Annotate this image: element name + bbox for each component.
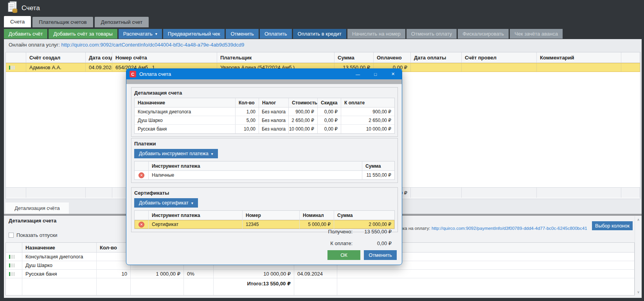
cell-created-date: 04.09.2024 [86,63,112,72]
payment-link[interactable]: http://quirco.com:9092/paymentInfo/d3f00… [432,226,587,231]
col-paid-date[interactable]: Дата оплаты [411,52,462,63]
app-logo-icon: C [130,71,136,77]
cell-comment [537,63,621,72]
cell-created-by: Админов А.А. [26,63,86,72]
dialog-toolbar-band [126,79,402,84]
details-total: Итого:13 550,00 ₽ [214,278,294,295]
print-button[interactable]: Распечатать ▾ [119,29,162,39]
col-created-date[interactable]: Дата создания [86,52,112,63]
window-title: Счета [22,4,40,12]
dialog-certificate-row-selected[interactable]: ✕ Сертификат 12345 5 000,00 ₽ 2 000,00 ₽ [135,220,394,229]
delete-icon[interactable]: ✕ [139,222,144,228]
col-status[interactable] [6,52,26,63]
charge-to-number-button: Начислить на номер [347,29,405,39]
col-comment[interactable]: Комментарий [537,52,621,63]
dialog-details-row[interactable]: Русская баня 10,00 Без налога 10 000,00 … [135,125,394,133]
add-payment-instrument-button[interactable]: Добавить инструмент платежа ▾ [134,149,218,158]
ok-button[interactable]: ОК [327,250,360,260]
dcol-name[interactable]: Назначение [22,243,97,252]
pay-button[interactable]: Оплатить [260,29,292,39]
dialog-details-group: Детализация счета Назначение Кол-во Нало… [131,87,398,137]
received-value: 13 550,00 ₽ [353,229,392,235]
invoices-grid-header: Счёт создал Дата создания Номер счёта Пл… [6,52,640,63]
online-payment-line: Онлайн оплата услуг: http://quirco.com:9… [9,42,244,48]
main-tabs: Счета Плательщик счетов Депозитный счет [4,16,149,27]
dialog-payments-title: Платежи [134,141,395,147]
status-bars-icon [9,66,15,70]
online-payment-link[interactable]: http://quirco.com:9092/cartContentInfo/d… [61,42,245,48]
received-total-row: Получено: 13 550,00 ₽ [328,229,392,235]
cell-processed-by [462,63,537,72]
dialog-titlebar: C Оплата счета — □ ✕ [126,69,402,79]
cancel-payment-button: Отменить оплату [407,29,457,39]
due-total-row: К оплате: 0,00 ₽ [330,240,392,246]
col-number[interactable]: Номер счёта [112,52,217,63]
col-tail [621,52,640,63]
dialog-details-row[interactable]: Душ Шарко 5,00 Без налога 2 650,00 ₽ 0,0… [135,116,394,125]
window-header: Счета [7,1,40,15]
advance-offset-check-button: Чек зачёта аванса [510,29,563,39]
status-bars-icon [9,272,15,276]
dialog-payments-table: Инструмент платежа Сумма ✕ Наличные 11 5… [134,161,395,180]
tab-deposit[interactable]: Депозитный счет [95,17,149,27]
tab-payer[interactable]: Плательщик счетов [32,17,93,27]
dialog-certificates-group: Сертификаты Добавить сертификат ▾ Инстру… [131,187,398,232]
delete-icon[interactable]: ✕ [139,172,144,178]
dialog-certificates-title: Сертификаты [134,190,395,196]
tab-invoice-details[interactable]: Детализация счёта [5,202,69,214]
show-vacations-label: Показать отпуски [16,232,58,238]
dcol-status[interactable] [6,243,22,252]
due-label: К оплате: [330,240,353,246]
pay-credit-button[interactable]: Оплатить в кредит [293,29,346,39]
dialog-details-title: Детализация счета [134,90,395,96]
caret-down-icon: ▾ [191,201,193,205]
received-label: Получено: [328,229,353,235]
dialog-certificates-table: Инструмент платежа Номер Номинал Сумма ✕… [134,210,395,229]
details-heading: Детализация счета [9,218,56,224]
preliminary-check-button[interactable]: Предварительный чек [163,29,225,39]
dialog-buttons: ОК Отменить [327,250,397,260]
minimize-icon[interactable]: — [349,69,367,79]
online-payment-label: Онлайн оплата услуг: [9,42,60,48]
col-created-by[interactable]: Счёт создал [26,52,86,63]
tab-invoices[interactable]: Счета [4,16,31,27]
show-vacations-checkbox[interactable] [9,233,14,238]
maximize-icon[interactable]: □ [367,69,384,79]
col-paid[interactable]: Оплачено [374,52,411,63]
cell-paid-date [411,63,462,72]
due-value: 0,00 ₽ [353,240,392,246]
dialog-details-row[interactable]: Консультация диетолога 1,00 Без налога 9… [135,108,394,116]
caret-down-icon: ▾ [211,152,213,156]
dialog-payments-group: Платежи Добавить инструмент платежа ▾ Ин… [131,138,398,183]
details-scrollbar[interactable]: ∧ ∨ [635,216,642,296]
status-bars-icon [9,255,15,259]
toolbar: Добавить счёт Добавить счёт за товары Ра… [4,29,563,39]
dcol-qty[interactable]: Кол-во [97,243,131,252]
add-invoice-button[interactable]: Добавить счёт [4,29,47,39]
add-goods-invoice-button[interactable]: Добавить счёт за товары [49,29,117,39]
choose-columns-button[interactable]: Выбор колонок [592,221,633,230]
scroll-up-icon[interactable]: ∧ [637,218,640,222]
add-certificate-button[interactable]: Добавить сертификат ▾ [134,198,198,208]
cancel-button[interactable]: Отменить [364,250,397,260]
close-icon[interactable]: ✕ [384,69,402,79]
fiscalize-button: Фискализировать [458,29,509,39]
dialog-details-table: Назначение Кол-во Налог Стоимость Скидка… [134,98,395,134]
payment-link-line: Ссылка на оплату: http://quirco.com:9092… [391,226,587,231]
scroll-down-icon[interactable]: ∨ [637,290,640,294]
dialog-payment-row[interactable]: ✕ Наличные 11 550,00 ₽ [135,171,394,179]
caret-down-icon: ▾ [155,32,157,36]
details-grid-footer: Итого:13 550,00 ₽ [6,278,634,295]
col-payer[interactable]: Плательщик [217,52,335,63]
dialog-title: Оплата счета [139,71,171,77]
invoices-window: Счета Счета Плательщик счетов Депозитный… [0,0,644,301]
show-vacations-row: Показать отпуски [9,232,58,238]
status-bars-icon [9,263,15,267]
col-sum[interactable]: Сумма [335,52,374,63]
col-processed-by[interactable]: Счёт провел [462,52,537,63]
invoice-coins-icon [7,1,18,15]
dialog-window-controls: — □ ✕ [349,69,402,79]
details-row[interactable]: Русская баня 10 1 000,00 ₽ 0% 10 000,00 … [6,270,634,278]
cancel-invoice-button[interactable]: Отменить [226,29,258,39]
payment-dialog: C Оплата счета — □ ✕ Детализация счета Н… [126,68,402,265]
